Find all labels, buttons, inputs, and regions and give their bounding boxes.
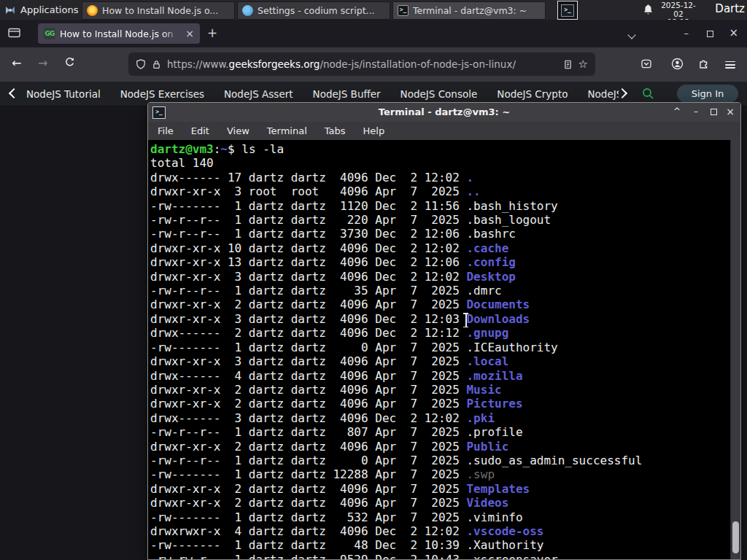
terminal-listing-line: drwxr-xr-x 2 dartz dartz 4096 Apr 7 2025… [150, 298, 740, 311]
terminal-listing-line: drwx------ 2 dartz dartz 4096 Dec 2 12:1… [150, 326, 740, 340]
terminal-menu-file[interactable]: File [158, 125, 174, 136]
listing-filename: .local [466, 354, 508, 368]
reload-button[interactable] [64, 57, 75, 68]
nav-item-nodejs-console[interactable]: NodeJS Console [400, 88, 478, 100]
terminal-close-button[interactable]: × [726, 107, 735, 116]
window-maximize-button[interactable] [707, 29, 713, 39]
nav-item-nodejs-tutorial[interactable]: NodeJS Tutorial [26, 88, 101, 100]
listing-prefix: -rw-r--r-- 1 dartz dartz 220 Apr 7 2025 [150, 213, 466, 227]
nav-item-nodejs-assert[interactable]: NodeJS Assert [224, 88, 293, 100]
listing-filename: Desktop [466, 270, 515, 284]
terminal-listing-line: -rw-r--r-- 1 dartz dartz 3730 Dec 2 12:0… [150, 227, 740, 241]
terminal-titlebar[interactable]: >_ Terminal - dartz@vm3: ~ ^ – × [148, 103, 740, 122]
terminal-listing-line: drwxr-xr-x 3 dartz dartz 4096 Dec 2 12:0… [150, 312, 740, 326]
terminal-menubar: FileEditViewTerminalTabsHelp [148, 122, 740, 141]
lock-icon[interactable] [152, 59, 161, 70]
terminal-listing-line: drwxr-xr-x 3 dartz dartz 4096 Apr 7 2025… [150, 354, 740, 368]
terminal-listing-line: -rw-r--r-- 1 dartz dartz 807 Apr 7 2025 … [150, 425, 740, 439]
terminal-menu-tabs[interactable]: Tabs [325, 125, 346, 136]
notification-bell-icon[interactable] [643, 4, 654, 15]
firefox-view-icon[interactable] [8, 27, 21, 39]
terminal-minimize-button[interactable]: – [694, 107, 698, 116]
firefox-icon [87, 5, 98, 16]
terminal-listing-line: -rw------- 1 dartz dartz 1120 Dec 2 11:5… [150, 199, 740, 213]
nav-item-nodejs-buffer[interactable]: NodeJS Buffer [313, 88, 381, 100]
terminal-listing-line: drwxrwxr-x 4 dartz dartz 4096 Dec 2 12:0… [150, 524, 740, 538]
extensions-puzzle-icon[interactable] [698, 58, 710, 69]
menu-hamburger-icon[interactable] [725, 59, 735, 71]
prompt-user-host: dartz@vm3 [150, 142, 214, 156]
terminal-total-line: total 140 [150, 156, 740, 170]
back-button[interactable]: ← [12, 57, 21, 70]
terminal-scrollbar-thumb[interactable] [732, 521, 739, 553]
nav-item-nodejs-exercises[interactable]: NodeJS Exercises [120, 88, 204, 100]
listing-prefix: drwxr-xr-x 2 dartz dartz 4096 Apr 7 2025 [150, 383, 466, 397]
terminal-listing-line: -rw------- 1 dartz dartz 532 Apr 7 2025 … [150, 510, 740, 524]
listing-prefix: drwxrwxr-x 4 dartz dartz 4096 Dec 2 12:0… [150, 524, 466, 538]
listing-filename: .Xauthority [466, 538, 543, 552]
tab-list-chevron-icon[interactable] [629, 30, 635, 39]
terminal-menu-view[interactable]: View [227, 125, 249, 136]
terminal-listing-line: drwxr-xr-x 2 dartz dartz 4096 Apr 7 2025… [150, 482, 740, 496]
nav-item-nodejs-dns[interactable]: NodeJS DNS [587, 88, 619, 100]
nav-scroll-right-icon[interactable] [617, 88, 627, 98]
listing-prefix: drwxr-xr-x 10 dartz dartz 4096 Dec 2 12:… [150, 241, 466, 255]
sign-in-button[interactable]: Sign In [677, 85, 738, 103]
window-close-button[interactable]: × [729, 28, 738, 38]
terminal-menu-terminal[interactable]: Terminal [267, 125, 307, 136]
pocket-icon[interactable] [640, 58, 652, 69]
terminal-listing-line: drwxr-xr-x 13 dartz dartz 4096 Dec 2 12:… [150, 255, 740, 269]
forward-button[interactable]: → [38, 57, 47, 70]
taskbar-button-terminal[interactable]: >_Terminal - dartz@vm3: ~ [392, 1, 546, 20]
browser-tab[interactable]: GG How to Install Node.js on × [38, 23, 200, 44]
listing-prefix: -rw-r--r-- 1 dartz dartz 807 Apr 7 2025 [150, 425, 466, 439]
applications-menu[interactable]: Applications [4, 0, 78, 20]
new-tab-button[interactable]: + [207, 26, 217, 40]
listing-prefix: drwxr-xr-x 3 root root 4096 Apr 7 2025 [150, 184, 466, 198]
listing-prefix: -rw-r--r-- 1 dartz dartz 35 Apr 7 2025 [150, 284, 466, 298]
listing-prefix: drwx------ 2 dartz dartz 4096 Dec 2 12:1… [150, 326, 466, 340]
listing-filename: Documents [466, 298, 530, 311]
taskbar-button-firefox[interactable]: How to Install Node.js o... [82, 1, 235, 20]
nav-scroll-left-icon[interactable] [9, 88, 19, 98]
terminal-shade-button[interactable]: ^ [673, 107, 681, 116]
prompt-command: $ ls -la [228, 142, 284, 156]
listing-prefix: -rw------- 1 dartz dartz 48 Dec 2 10:39 [150, 538, 466, 552]
url-text: https://www.geeksforgeeks.org/node-js/in… [167, 58, 557, 70]
listing-prefix: drwxr-xr-x 2 dartz dartz 4096 Apr 7 2025 [150, 298, 466, 311]
nav-item-nodejs-crypto[interactable]: NodeJS Crypto [497, 88, 568, 100]
taskbar-button-codium[interactable]: Settings - codium script... [237, 1, 390, 20]
taskbar-button-label: Terminal - dartz@vm3: ~ [413, 5, 527, 16]
terminal-listing-line: -rw-r--r-- 1 dartz dartz 220 Apr 7 2025 … [150, 213, 740, 227]
terminal-menu-help[interactable]: Help [363, 125, 385, 136]
url-bar[interactable]: https://www.geeksforgeeks.org/node-js/in… [128, 52, 595, 76]
terminal-output[interactable]: dartz@vm3:~$ ls -latotal 140drwx------ 1… [148, 140, 740, 559]
listing-prefix: -rw------- 1 dartz dartz 532 Apr 7 2025 [150, 510, 466, 524]
listing-filename: .bashrc [466, 227, 515, 241]
desktop: Applications How to Install Node.js o...… [0, 0, 747, 560]
terminal-listing-line: drwxr-xr-x 3 root root 4096 Apr 7 2025 .… [150, 184, 740, 198]
terminal-listing-line: -rw------- 1 dartz dartz 12288 Apr 7 202… [150, 467, 740, 481]
tracking-shield-icon[interactable] [136, 58, 146, 70]
prompt-separator: : [214, 142, 221, 156]
tab-close-icon[interactable]: × [185, 28, 194, 39]
listing-filename: .swp [466, 467, 495, 481]
terminal-menu-edit[interactable]: Edit [191, 125, 209, 136]
bookmark-star-icon[interactable]: ☆ [578, 58, 588, 71]
site-search-icon[interactable] [642, 88, 654, 100]
taskbar-buttons: How to Install Node.js o...Settings - co… [82, 1, 546, 19]
terminal-maximize-button[interactable] [711, 108, 717, 117]
window-minimize-button[interactable]: – [684, 28, 689, 38]
listing-filename: .config [466, 255, 515, 269]
listing-prefix: drwxr-xr-x 3 dartz dartz 4096 Dec 2 12:0… [150, 312, 466, 326]
listing-filename: .xscreensaver [466, 553, 557, 559]
listing-filename: .mozilla [466, 369, 522, 383]
tray-terminal-icon[interactable]: >_ [557, 1, 578, 20]
terminal-listing-line: -rw-r--r-- 1 dartz dartz 0 Apr 7 2025 .s… [150, 454, 740, 467]
panel-user-label: Dartz [715, 2, 745, 15]
listing-prefix: -rw------- 1 dartz dartz 1120 Dec 2 11:5… [150, 199, 466, 213]
listing-filename: .sudo_as_admin_successful [466, 454, 642, 467]
reader-mode-icon[interactable] [563, 59, 573, 70]
account-icon[interactable] [671, 58, 684, 70]
terminal-scrollbar[interactable] [730, 140, 740, 559]
